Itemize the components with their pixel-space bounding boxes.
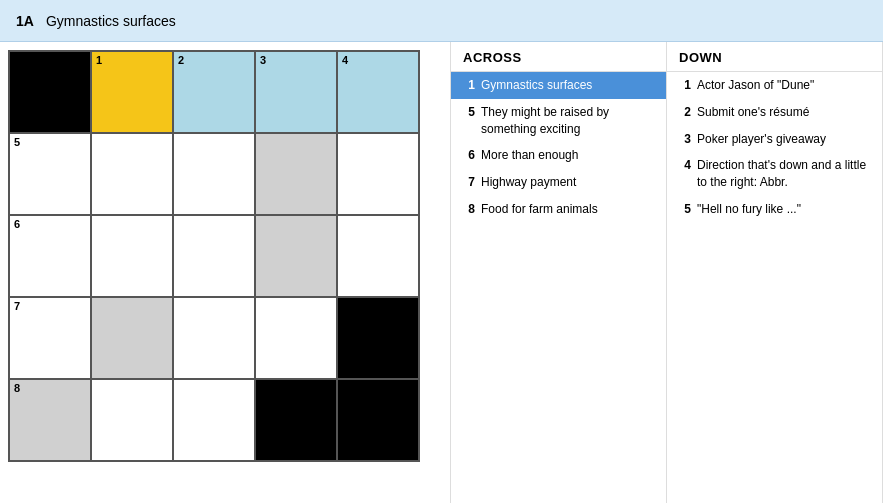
down-clue-num-1: 1: [675, 77, 691, 92]
cell-r4-c0[interactable]: 8: [10, 380, 92, 462]
down-clue-text-4: Direction that's down and a little to th…: [697, 157, 872, 191]
down-clue-num-4: 4: [675, 157, 691, 172]
down-clue-text-1: Actor Jason of "Dune": [697, 77, 814, 94]
down-clue-list: 1Actor Jason of "Dune"2Submit one's résu…: [667, 72, 882, 503]
main-content: 12345678 ACROSS 1Gymnastics surfaces5The…: [0, 42, 883, 503]
cell-r2-c2[interactable]: [174, 216, 256, 298]
header-clue-text: Gymnastics surfaces: [46, 13, 176, 29]
cell-r3-c0[interactable]: 7: [10, 298, 92, 380]
down-clue-text-5: "Hell no fury like ...": [697, 201, 801, 218]
grid-container: 12345678: [0, 42, 450, 503]
cell-num-5: 5: [14, 137, 20, 148]
across-header: ACROSS: [451, 42, 666, 72]
cell-r0-c2[interactable]: 2: [174, 52, 256, 134]
cell-r2-c4[interactable]: [338, 216, 420, 298]
down-clue-4[interactable]: 4Direction that's down and a little to t…: [667, 152, 882, 196]
across-clue-text-6: More than enough: [481, 147, 578, 164]
cell-r0-c3[interactable]: 3: [256, 52, 338, 134]
clue-header: 1A Gymnastics surfaces: [0, 0, 883, 42]
down-clue-num-5: 5: [675, 201, 691, 216]
cell-r0-c0[interactable]: [10, 52, 92, 134]
header-clue-number: 1A: [16, 13, 34, 29]
cell-num-3: 3: [260, 55, 266, 66]
crossword-grid: 12345678: [8, 50, 420, 462]
across-panel: ACROSS 1Gymnastics surfaces5They might b…: [451, 42, 667, 503]
cell-num-6: 6: [14, 219, 20, 230]
across-clue-num-7: 7: [459, 174, 475, 189]
cell-num-1: 1: [96, 55, 102, 66]
down-clue-2[interactable]: 2Submit one's résumé: [667, 99, 882, 126]
across-clue-num-5: 5: [459, 104, 475, 119]
cell-r1-c3[interactable]: [256, 134, 338, 216]
cell-r1-c0[interactable]: 5: [10, 134, 92, 216]
across-clue-num-1: 1: [459, 77, 475, 92]
across-clue-num-6: 6: [459, 147, 475, 162]
down-clue-num-3: 3: [675, 131, 691, 146]
cell-r4-c1[interactable]: [92, 380, 174, 462]
cell-r3-c2[interactable]: [174, 298, 256, 380]
cell-r3-c3[interactable]: [256, 298, 338, 380]
cell-r1-c1[interactable]: [92, 134, 174, 216]
across-clue-num-8: 8: [459, 201, 475, 216]
cell-r1-c2[interactable]: [174, 134, 256, 216]
cell-r4-c4[interactable]: [338, 380, 420, 462]
across-clue-1[interactable]: 1Gymnastics surfaces: [451, 72, 666, 99]
down-panel: DOWN 1Actor Jason of "Dune"2Submit one's…: [667, 42, 883, 503]
cell-r3-c4[interactable]: [338, 298, 420, 380]
clue-panels: ACROSS 1Gymnastics surfaces5They might b…: [450, 42, 883, 503]
cell-num-2: 2: [178, 55, 184, 66]
down-clue-num-2: 2: [675, 104, 691, 119]
cell-r2-c1[interactable]: [92, 216, 174, 298]
down-clue-text-3: Poker player's giveaway: [697, 131, 826, 148]
down-clue-text-2: Submit one's résumé: [697, 104, 809, 121]
across-clue-7[interactable]: 7Highway payment: [451, 169, 666, 196]
across-clue-5[interactable]: 5They might be raised by something excit…: [451, 99, 666, 143]
cell-r2-c0[interactable]: 6: [10, 216, 92, 298]
across-clue-8[interactable]: 8Food for farm animals: [451, 196, 666, 223]
cell-r0-c1[interactable]: 1: [92, 52, 174, 134]
down-clue-3[interactable]: 3Poker player's giveaway: [667, 126, 882, 153]
cell-r2-c3[interactable]: [256, 216, 338, 298]
cell-r4-c2[interactable]: [174, 380, 256, 462]
down-clue-1[interactable]: 1Actor Jason of "Dune": [667, 72, 882, 99]
cell-r3-c1[interactable]: [92, 298, 174, 380]
cell-r1-c4[interactable]: [338, 134, 420, 216]
cell-num-7: 7: [14, 301, 20, 312]
down-header: DOWN: [667, 42, 882, 72]
cell-num-8: 8: [14, 383, 20, 394]
cell-r0-c4[interactable]: 4: [338, 52, 420, 134]
cell-r4-c3[interactable]: [256, 380, 338, 462]
across-clue-list: 1Gymnastics surfaces5They might be raise…: [451, 72, 666, 503]
down-clue-5[interactable]: 5"Hell no fury like ...": [667, 196, 882, 223]
across-clue-6[interactable]: 6More than enough: [451, 142, 666, 169]
across-clue-text-1: Gymnastics surfaces: [481, 77, 592, 94]
across-clue-text-5: They might be raised by something exciti…: [481, 104, 656, 138]
cell-num-4: 4: [342, 55, 348, 66]
across-clue-text-8: Food for farm animals: [481, 201, 598, 218]
across-clue-text-7: Highway payment: [481, 174, 576, 191]
